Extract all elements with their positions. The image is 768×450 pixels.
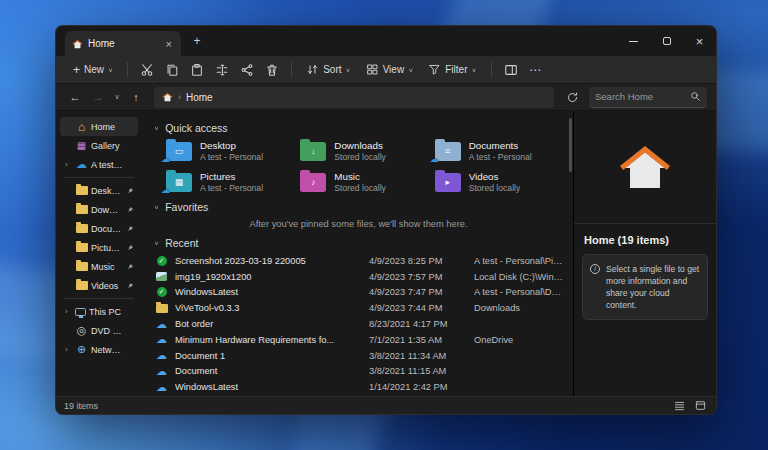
file-location: Local Disk (C:)\Windows\Web\4K\Wallpaper… (474, 272, 563, 282)
paste-button[interactable] (185, 59, 209, 81)
vertical-scrollbar[interactable] (569, 116, 572, 391)
file-name: img19_1920x1200 (175, 272, 363, 282)
file-date: 4/9/2023 8:25 PM (369, 256, 468, 266)
list-view-toggle[interactable] (671, 399, 687, 413)
section-header-quick-access[interactable]: ∨ Quick access (154, 122, 563, 134)
sort-button[interactable]: Sort ∨ (299, 59, 357, 80)
quick-access-tile[interactable]: Documents A test - Personal (435, 140, 563, 162)
recent-file-row[interactable]: ViVeTool-v0.3.3 4/9/2023 7:44 PM Downloa… (154, 300, 563, 316)
back-button[interactable]: ← (65, 87, 85, 107)
sidebar-item[interactable]: Desktop (60, 181, 138, 200)
view-grid-icon (366, 63, 379, 76)
section-header-favorites[interactable]: ∨ Favorites (154, 201, 563, 213)
sidebar-item[interactable]: Videos (60, 276, 138, 295)
folder-name: Music (334, 171, 386, 182)
cloud-overlay-icon (161, 155, 170, 164)
recent-file-row[interactable]: Document 1 3/8/2021 11:34 AM (154, 348, 563, 364)
refresh-button[interactable] (562, 87, 582, 107)
trash-icon (265, 63, 279, 77)
scissors-icon (140, 63, 154, 77)
cut-button[interactable] (135, 59, 159, 81)
thispc-icon (75, 308, 86, 316)
zip-icon (156, 304, 168, 313)
toolbar-separator (491, 62, 492, 77)
recent-locations-button[interactable]: ∨ (111, 87, 123, 107)
folder-icon (76, 205, 88, 214)
file-date: 3/8/2021 11:34 AM (369, 351, 468, 361)
rename-button[interactable] (210, 59, 234, 81)
sidebar-item-label: Home (91, 122, 123, 132)
details-pane-button[interactable] (499, 59, 523, 81)
new-button[interactable]: + New ∨ (66, 60, 120, 80)
breadcrumb[interactable]: › Home (154, 87, 554, 108)
file-name: Document (175, 366, 363, 376)
sidebar-item-label: Network (91, 345, 123, 355)
quick-access-tile[interactable]: Downloads Stored locally (300, 140, 428, 162)
new-tab-button[interactable]: + (188, 32, 206, 50)
info-icon (590, 264, 600, 274)
recent-file-row[interactable]: Screenshot 2023-03-19 220005 4/9/2023 8:… (154, 253, 563, 269)
sort-button-label: Sort (323, 64, 341, 75)
large-thumbnails-toggle[interactable] (692, 399, 708, 413)
sidebar-item[interactable]: Downloads (60, 200, 138, 219)
recent-file-row[interactable]: Minimum Hardware Requirements fo... 7/1/… (154, 332, 563, 348)
delete-button[interactable] (260, 59, 284, 81)
recent-file-row[interactable]: WindowsLatest 4/9/2023 7:47 PM A test - … (154, 285, 563, 301)
cloud-icon (154, 334, 169, 345)
recent-file-row[interactable]: Bot order 8/23/2021 4:17 PM (154, 316, 563, 332)
scrollbar-thumb[interactable] (569, 118, 572, 172)
cloud-icon (154, 350, 169, 361)
onedrive-icon (75, 159, 88, 170)
up-button[interactable]: ↑ (126, 87, 146, 107)
file-date: 7/1/2021 1:35 AM (369, 335, 468, 345)
recent-file-row[interactable]: WindowsLatest 1/14/2021 2:42 PM (154, 379, 563, 395)
folder-icon-wrap (300, 142, 326, 161)
see-more-button[interactable]: ⋯ (524, 59, 548, 81)
pin-icon (126, 244, 134, 252)
maximize-button[interactable] (650, 26, 683, 56)
expander-chevron-icon[interactable] (65, 345, 72, 354)
forward-button[interactable]: → (88, 87, 108, 107)
synced-icon (157, 256, 167, 266)
filter-funnel-icon (428, 63, 441, 76)
section-header-recent[interactable]: ∨ Recent (154, 237, 563, 249)
breadcrumb-segment-home[interactable]: Home (186, 92, 213, 103)
sidebar-item[interactable]: DVD Drive (D:) CCC (60, 321, 138, 340)
share-button[interactable] (235, 59, 259, 81)
quick-access-tile[interactable]: Desktop A test - Personal (166, 140, 294, 162)
minimize-button[interactable] (617, 26, 650, 56)
sidebar-item[interactable]: A test - Personal (60, 155, 138, 174)
search-input[interactable] (595, 91, 686, 102)
sidebar-item[interactable]: Network (60, 340, 138, 359)
file-location: OneDrive (474, 335, 563, 345)
copy-button[interactable] (160, 59, 184, 81)
expander-chevron-icon[interactable] (65, 307, 72, 316)
folder-name: Pictures (200, 171, 263, 182)
recent-file-row[interactable]: Test presentation.pptx 12/7/2020 12:22 A… (154, 395, 563, 396)
expander-chevron-icon[interactable] (65, 160, 72, 169)
recent-file-row[interactable]: img19_1920x1200 4/9/2023 7:57 PM Local D… (154, 269, 563, 285)
sidebar-item[interactable]: Documents (60, 219, 138, 238)
sidebar-item-label: Documents (91, 224, 123, 234)
recent-file-row[interactable]: Document 3/8/2021 11:15 AM (154, 364, 563, 380)
command-bar: + New ∨ Sort ∨ View (56, 56, 716, 84)
filter-button[interactable]: Filter ∨ (421, 59, 483, 80)
close-button[interactable]: × (683, 26, 716, 56)
file-list-pane: ∨ Quick access Desktop A test - Personal (142, 111, 573, 396)
view-button[interactable]: View ∨ (359, 59, 421, 80)
sidebar-item[interactable]: Gallery (60, 136, 138, 155)
sidebar-divider (64, 298, 134, 299)
cloud-icon (154, 366, 169, 377)
sidebar-item[interactable]: Music (60, 257, 138, 276)
tab-close-icon[interactable]: × (164, 38, 174, 50)
tab-home[interactable]: Home × (65, 31, 181, 56)
quick-access-tile[interactable]: Videos Stored locally (435, 171, 563, 193)
file-name: Minimum Hardware Requirements fo... (175, 335, 363, 345)
search-box (589, 87, 707, 108)
sidebar-item[interactable]: This PC (60, 302, 138, 321)
sidebar-item[interactable]: Pictures (60, 238, 138, 257)
quick-access-tile[interactable]: Music Stored locally (300, 171, 428, 193)
pin-icon (126, 263, 134, 271)
sidebar-item[interactable]: Home (60, 117, 138, 136)
quick-access-tile[interactable]: Pictures A test - Personal (166, 171, 294, 193)
